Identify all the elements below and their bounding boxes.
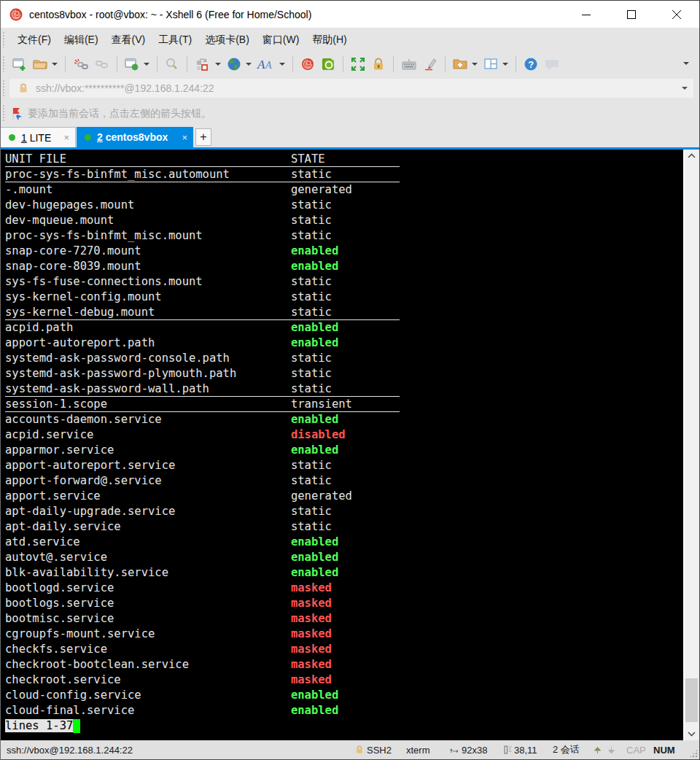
toolbar: AA ? bbox=[1, 52, 699, 76]
status-protocol: SSH2 bbox=[355, 740, 392, 759]
new-folder-dropdown[interactable] bbox=[472, 63, 478, 66]
resize-grip[interactable] bbox=[689, 749, 698, 758]
scrollbar-thumb[interactable] bbox=[685, 678, 698, 722]
scroll-top-arrow-icon[interactable] bbox=[593, 745, 602, 755]
status-address: ssh://vbox@192.168.1.244:22 bbox=[7, 740, 133, 759]
terminal-row: apport-autoreport.service static bbox=[5, 458, 683, 473]
terminal-row: dev-mqueue.mount static bbox=[5, 213, 683, 228]
terminal[interactable]: UNIT FILE STATE proc-sys-fs-binfmt_misc.… bbox=[1, 150, 683, 740]
terminal-row: acpid.service disabled bbox=[5, 427, 683, 443]
tab-lite-close-icon[interactable]: × bbox=[63, 132, 69, 143]
terminal-row: apport-autoreport.path enabled bbox=[5, 336, 683, 351]
toolbar-overflow-dropdown[interactable] bbox=[683, 62, 689, 65]
menu-file[interactable]: 文件(F) bbox=[11, 31, 58, 50]
terminal-header-row: UNIT FILE STATE bbox=[5, 152, 683, 167]
disconnect-icon[interactable] bbox=[70, 54, 92, 74]
menu-tab[interactable]: 选项卡(B) bbox=[198, 31, 256, 50]
terminal-row: apt-daily-upgrade.service static bbox=[5, 504, 683, 519]
scroll-up-icon[interactable] bbox=[685, 150, 699, 162]
menu-window[interactable]: 窗口(W) bbox=[256, 31, 306, 50]
terminal-row: blk-availability.service enabled bbox=[5, 565, 683, 581]
terminal-status-line: lines 1-37 bbox=[5, 718, 683, 734]
help-icon[interactable]: ? bbox=[521, 54, 541, 74]
tab-centos8vbox-close-icon[interactable]: × bbox=[182, 132, 187, 143]
terminal-row: systemd-ask-password-wall.path static bbox=[5, 381, 683, 397]
status-caps-lock: CAP bbox=[626, 740, 646, 759]
status-term-type: xterm bbox=[406, 740, 430, 759]
terminal-row: autovt@.service enabled bbox=[5, 550, 683, 565]
xshell-icon[interactable] bbox=[298, 54, 318, 74]
open-folder-dropdown[interactable] bbox=[52, 63, 58, 66]
terminal-row: bootlogs.service masked bbox=[5, 596, 683, 611]
minimize-button[interactable] bbox=[564, 1, 609, 28]
terminal-row: checkfs.service masked bbox=[5, 642, 683, 657]
terminal-row: bootlogd.service masked bbox=[5, 581, 683, 596]
arrange-icon[interactable] bbox=[192, 54, 214, 74]
terminal-row: snap-core-7270.mount enabled bbox=[5, 244, 683, 259]
tab-centos8vbox[interactable]: 2 centos8vbox × bbox=[77, 127, 193, 147]
status-sessions[interactable]: 2 会话 bbox=[553, 740, 580, 759]
terminal-row: session-1.scope transient bbox=[5, 397, 683, 412]
address-lock-icon bbox=[18, 83, 28, 93]
web-browser-icon[interactable] bbox=[224, 54, 244, 74]
highlight-icon[interactable] bbox=[420, 54, 440, 74]
terminal-row: systemd-ask-password-console.path static bbox=[5, 351, 683, 366]
tab-lite-label: 1 LITE bbox=[21, 132, 51, 144]
font-icon[interactable]: AA bbox=[254, 54, 278, 74]
font-dropdown[interactable] bbox=[279, 63, 285, 66]
address-url: ssh://vbox:**********@192.168.1.244:22 bbox=[36, 82, 214, 94]
new-tab-button[interactable]: + bbox=[195, 128, 211, 146]
session-properties-icon[interactable] bbox=[122, 54, 142, 74]
menu-help[interactable]: 帮助(H) bbox=[306, 31, 353, 50]
maximize-button[interactable] bbox=[609, 1, 654, 28]
menu-edit[interactable]: 编辑(E) bbox=[58, 31, 105, 50]
terminal-cursor bbox=[73, 719, 80, 733]
new-session-icon[interactable] bbox=[9, 54, 30, 74]
terminal-body: UNIT FILE STATE proc-sys-fs-binfmt_misc.… bbox=[5, 152, 683, 718]
web-browser-dropdown[interactable] bbox=[246, 63, 252, 66]
terminal-row: atd.service enabled bbox=[5, 535, 683, 550]
open-folder-icon[interactable] bbox=[30, 54, 50, 74]
terminal-row: sys-kernel-debug.mount static bbox=[5, 305, 683, 320]
terminal-row: proc-sys-fs-binfmt_misc.automount static bbox=[5, 167, 683, 182]
close-button[interactable] bbox=[654, 1, 699, 28]
terminal-row: bootmisc.service masked bbox=[5, 611, 683, 627]
find-icon[interactable] bbox=[162, 54, 182, 74]
terminal-row: accounts-daemon.service enabled bbox=[5, 412, 683, 427]
menu-tools[interactable]: 工具(T) bbox=[152, 31, 198, 50]
terminal-row: cloud-config.service enabled bbox=[5, 688, 683, 703]
terminal-row: apport.service generated bbox=[5, 489, 683, 504]
virtual-keyboard-icon[interactable] bbox=[398, 54, 420, 74]
tab-bar: 1 LITE × 2 centos8vbox × + bbox=[1, 127, 699, 147]
scroll-down-icon[interactable] bbox=[685, 728, 699, 740]
window-title: centos8vbox - root@vbox: ~ - Xshell 6 (F… bbox=[29, 9, 311, 20]
lock-screen-icon[interactable] bbox=[368, 54, 389, 74]
layout-icon[interactable] bbox=[481, 54, 501, 74]
terminal-row: acpid.path enabled bbox=[5, 320, 683, 336]
scroll-arrows[interactable] bbox=[593, 740, 616, 759]
menu-bar: 文件(F) 编辑(E) 查看(V) 工具(T) 选项卡(B) 窗口(W) 帮助(… bbox=[1, 28, 699, 52]
address-dropdown[interactable] bbox=[682, 87, 688, 90]
tab-lite-status-dot bbox=[9, 134, 15, 141]
layout-dropdown[interactable] bbox=[502, 63, 508, 66]
tab-lite[interactable]: 1 LITE × bbox=[1, 127, 76, 147]
terminal-row: dev-hugepages.mount static bbox=[5, 198, 683, 213]
scroll-bottom-arrow-icon[interactable] bbox=[607, 745, 616, 755]
xftp-icon[interactable] bbox=[318, 54, 338, 74]
reconnect-icon[interactable] bbox=[92, 54, 112, 74]
flag-icon bbox=[10, 106, 25, 121]
terminal-row: checkroot-bootclean.service masked bbox=[5, 657, 683, 672]
fullscreen-icon[interactable] bbox=[348, 54, 368, 74]
menu-view[interactable]: 查看(V) bbox=[105, 31, 152, 50]
address-field[interactable]: ssh://vbox:**********@192.168.1.244:22 bbox=[9, 79, 693, 98]
ssh-lock-icon bbox=[355, 745, 364, 754]
xshell-logo-icon bbox=[9, 7, 23, 22]
status-bar: ssh://vbox@192.168.1.244:22 SSH2 xterm 9… bbox=[1, 740, 699, 759]
new-folder-icon[interactable] bbox=[450, 54, 470, 74]
arrange-dropdown[interactable] bbox=[215, 63, 221, 66]
session-properties-dropdown[interactable] bbox=[144, 63, 149, 66]
terminal-scrollbar[interactable] bbox=[685, 150, 699, 740]
terminal-row: -.mount generated bbox=[5, 182, 683, 198]
cursor-pos-icon bbox=[504, 745, 512, 754]
address-bar: ssh://vbox:**********@192.168.1.244:22 bbox=[1, 76, 699, 101]
